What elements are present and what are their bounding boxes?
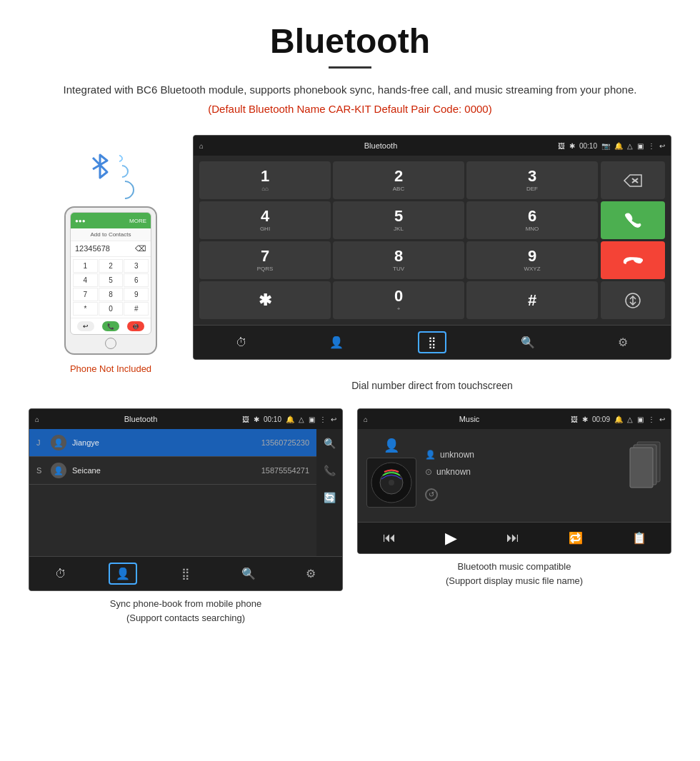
music-loop-icon[interactable]: ↺: [425, 488, 438, 501]
phone-add-contact: Add to Contacts: [71, 228, 151, 241]
dial-keypad-grid: 1⌂⌂ 2ABC 3DEF 4GHI 5JKL 6MNO 7PQRS 8TUV …: [199, 161, 598, 319]
music-album-label: unknown: [436, 467, 471, 477]
red-note: (Default Bluetooth Name CAR-KIT Default …: [29, 103, 671, 115]
dial-key-0[interactable]: 0+: [333, 281, 464, 319]
phone-key-6[interactable]: 6: [124, 273, 149, 287]
music-screen-icons: 🖼 ✱ 00:09 🔔 △ ▣ ⋮ ↩: [571, 415, 665, 423]
phone-end-btn[interactable]: 📵: [127, 321, 144, 331]
music-screen-title: Music: [374, 415, 565, 423]
pb-nav-dialpad[interactable]: ⣿: [171, 567, 200, 580]
dial-action-col: [601, 161, 665, 319]
dial-key-star[interactable]: ✱: [199, 281, 331, 319]
dial-key-8[interactable]: 8TUV: [333, 241, 464, 279]
dial-key-7[interactable]: 7PQRS: [199, 241, 331, 279]
dial-key-2[interactable]: 2ABC: [333, 161, 464, 199]
nav-search-icon[interactable]: 🔍: [514, 336, 542, 349]
music-prev-icon[interactable]: ⏮: [383, 530, 396, 545]
phone-more-label: MORE: [129, 218, 146, 224]
dial-body: 1⌂⌂ 2ABC 3DEF 4GHI 5JKL 6MNO 7PQRS 8TUV …: [194, 156, 671, 325]
phone-back-btn[interactable]: ↩: [77, 321, 94, 331]
phone-home-button[interactable]: [105, 338, 116, 349]
dial-call-red-btn[interactable]: [601, 241, 665, 279]
phonebook-caption-line1: Sync phone-book from mobile phone: [110, 598, 261, 609]
contact-phone-seicane: 15875554271: [261, 466, 309, 475]
contact-jiangye[interactable]: J 👤 Jiangye 13560725230: [29, 429, 316, 457]
dial-bottom-nav: ⏱ 👤 ⣿ 🔍 ⚙: [194, 325, 671, 359]
music-person-icon: 👤: [366, 438, 416, 453]
music-vol-icon: 🔔: [614, 415, 623, 423]
phone-not-included-label: Phone Not Included: [70, 363, 151, 374]
nav-settings-icon[interactable]: ⚙: [609, 336, 637, 349]
pb-back-icon: ↩: [331, 415, 336, 423]
dial-backspace-btn[interactable]: [601, 161, 665, 199]
phone-key-hash[interactable]: #: [124, 302, 149, 316]
phone-bottom-bar: ↩ 📞 📵: [71, 318, 151, 334]
pb-home-icon[interactable]: ⌂: [35, 415, 39, 423]
dial-swap-btn[interactable]: [601, 281, 665, 319]
dial-time: 00:10: [579, 142, 597, 150]
music-list-icon[interactable]: 📋: [632, 531, 646, 545]
phone-number-display: 12345678 ⌫: [71, 241, 151, 257]
phone-key-7[interactable]: 7: [73, 288, 98, 301]
phonebook-right-actions: 🔍 📞 🔄: [316, 429, 342, 556]
music-caption: Bluetooth music compatible (Support disp…: [357, 560, 671, 588]
contact-letter-s: S: [36, 466, 45, 475]
contact-phone-jiangye: 13560725230: [261, 438, 309, 447]
music-person-small-icon: 👤: [425, 450, 436, 460]
music-play-icon[interactable]: ▶: [445, 529, 457, 548]
pb-nav-contacts[interactable]: 👤: [109, 563, 137, 585]
dial-key-hash[interactable]: #: [466, 281, 598, 319]
dial-key-3[interactable]: 3DEF: [466, 161, 598, 199]
album-art: [366, 458, 416, 508]
phone-key-star[interactable]: *: [73, 302, 98, 316]
nav-clock-icon[interactable]: ⏱: [227, 336, 256, 349]
phone-key-1[interactable]: 1: [73, 259, 98, 273]
nav-contacts-icon[interactable]: 👤: [322, 336, 351, 349]
phone-key-8[interactable]: 8: [99, 288, 124, 301]
phonebook-caption-line2: (Support contacts searching): [126, 613, 245, 623]
call-contact-icon[interactable]: 📞: [324, 465, 336, 476]
dial-screen-icons: 🖼 ✱ 00:10 📷 🔔 △ ▣ ⋮ ↩: [558, 142, 665, 150]
phone-key-5[interactable]: 5: [99, 273, 124, 287]
phone-keypad: 1 2 3 4 5 6 7 8 9 * 0 #: [71, 257, 151, 318]
music-body: 👤: [358, 429, 671, 522]
phone-key-2[interactable]: 2: [99, 259, 124, 273]
music-repeat-icon[interactable]: 🔁: [569, 531, 583, 545]
pb-nav-clock[interactable]: ⏱: [46, 568, 75, 580]
bottom-section: ⌂ Bluetooth 🖼 ✱ 00:10 🔔 △ ▣ ⋮ ↩: [29, 408, 671, 625]
dial-key-5[interactable]: 5JKL: [333, 201, 464, 239]
phone-key-0[interactable]: 0: [99, 302, 124, 316]
page-container: Bluetooth Integrated with BC6 Bluetooth …: [0, 0, 700, 665]
dial-key-9[interactable]: 9WXYZ: [466, 241, 598, 279]
bluetooth-status-icon: ✱: [569, 142, 575, 150]
music-home-icon[interactable]: ⌂: [364, 415, 368, 423]
subtitle: Integrated with BC6 Bluetooth module, su…: [29, 81, 671, 99]
music-controls: ⏮ ▶ ⏭ 🔁 📋: [358, 522, 671, 553]
phone-key-3[interactable]: 3: [124, 259, 149, 273]
music-time: 00:09: [592, 415, 610, 423]
music-item: ⌂ Music 🖼 ✱ 00:09 🔔 △ ▣ ⋮ ↩: [357, 408, 671, 625]
contact-list: J 👤 Jiangye 13560725230 S 👤 Seicane 1587…: [29, 429, 316, 556]
music-next-icon[interactable]: ⏭: [506, 530, 519, 545]
phone-call-btn[interactable]: 📞: [102, 321, 119, 331]
dial-key-6[interactable]: 6MNO: [466, 201, 598, 239]
phone-dots: ●●●: [75, 218, 86, 224]
dial-key-4[interactable]: 4GHI: [199, 201, 331, 239]
search-contacts-icon[interactable]: 🔍: [324, 438, 336, 449]
pb-nav-search[interactable]: 🔍: [234, 567, 263, 580]
music-right: [626, 438, 662, 513]
refresh-contacts-icon[interactable]: 🔄: [324, 492, 336, 503]
contact-seicane[interactable]: S 👤 Seicane 15875554271: [29, 457, 316, 485]
phone-key-9[interactable]: 9: [124, 288, 149, 301]
home-icon[interactable]: ⌂: [199, 142, 204, 150]
dial-key-1[interactable]: 1⌂⌂: [199, 161, 331, 199]
dial-call-green-btn[interactable]: [601, 201, 665, 239]
contact-name-seicane: Seicane: [72, 466, 256, 475]
music-image-icon: 🖼: [571, 415, 578, 423]
pb-time: 00:10: [264, 415, 281, 423]
dial-caption: Dial number direct from touchscreen: [193, 380, 671, 391]
nav-dialpad-icon[interactable]: ⣿: [418, 331, 446, 353]
phone-key-4[interactable]: 4: [73, 273, 98, 287]
pb-nav-settings[interactable]: ⚙: [296, 567, 325, 580]
music-bt-icon: ✱: [582, 415, 588, 423]
